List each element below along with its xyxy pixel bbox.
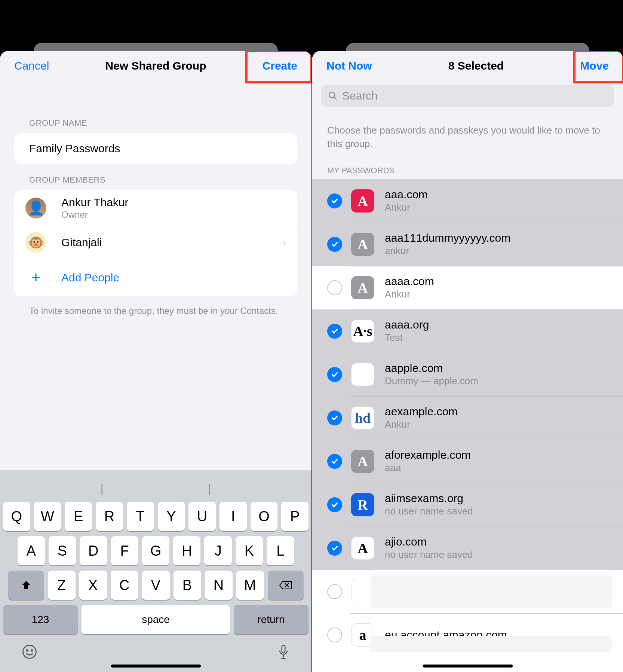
- key-z[interactable]: Z: [48, 571, 76, 600]
- username: ankur: [385, 245, 510, 257]
- selection-checkbox[interactable]: [327, 541, 342, 556]
- member-avatar: 👤: [25, 198, 46, 219]
- redacted-content: [371, 636, 612, 652]
- member-text: Gitanjali: [61, 236, 283, 249]
- member-row[interactable]: 🐵Gitanjali›: [14, 226, 297, 259]
- key-n[interactable]: N: [205, 571, 233, 600]
- password-row[interactable]: Aajio.comno user name saved: [312, 526, 623, 570]
- selection-checkbox[interactable]: [327, 497, 342, 512]
- password-text: aiimsexams.orgno user name saved: [385, 492, 473, 517]
- backspace-key[interactable]: [268, 571, 304, 600]
- password-row[interactable]: A·saaaa.orgTest: [312, 309, 623, 353]
- selection-checkbox[interactable]: [327, 324, 342, 339]
- key-f[interactable]: F: [111, 536, 138, 565]
- site-name: ajio.com: [385, 535, 473, 548]
- key-l[interactable]: L: [267, 536, 294, 565]
- key-c[interactable]: C: [111, 571, 138, 600]
- space-key[interactable]: space: [82, 605, 230, 634]
- password-row[interactable]: Aaaa111dummyyyyyy.comankur: [312, 223, 623, 266]
- selection-checkbox[interactable]: [327, 367, 342, 382]
- group-footnote: To invite someone to the group, they mus…: [29, 305, 282, 317]
- selection-checkbox[interactable]: [327, 237, 342, 252]
- group-name-input[interactable]: [14, 133, 297, 164]
- mic-icon: [277, 644, 290, 660]
- selection-checkbox[interactable]: [327, 454, 342, 469]
- key-d[interactable]: D: [80, 536, 107, 565]
- group-name-label: GROUP NAME: [29, 118, 312, 128]
- password-text: aaaa.orgTest: [385, 318, 429, 343]
- selection-checkbox[interactable]: [327, 193, 342, 208]
- return-key[interactable]: return: [234, 605, 309, 634]
- password-text: aforexample.comaaa: [385, 449, 471, 474]
- password-row[interactable]: Aaaa.comAnkur: [312, 179, 623, 223]
- shift-key[interactable]: [8, 571, 44, 600]
- password-row[interactable]: [312, 570, 623, 613]
- key-m[interactable]: M: [236, 571, 264, 600]
- key-x[interactable]: X: [79, 571, 107, 600]
- password-row[interactable]: aapple.comDummy — apple.com: [312, 353, 623, 396]
- add-people-button[interactable]: +Add People: [14, 259, 297, 296]
- key-s[interactable]: S: [49, 536, 76, 565]
- selection-checkbox[interactable]: [327, 410, 342, 425]
- member-row[interactable]: 👤Ankur ThakurOwner: [14, 190, 297, 226]
- right-sheet: Not Now 8 Selected Move Search Choose th…: [312, 51, 623, 672]
- svg-rect-3: [282, 645, 285, 653]
- key-o[interactable]: O: [251, 502, 278, 531]
- username: no user name saved: [385, 549, 473, 560]
- check-icon: [331, 240, 339, 248]
- password-text: aaa.comAnkur: [385, 188, 428, 213]
- sheet-background-peek: [346, 43, 589, 52]
- search-wrap: Search: [312, 81, 623, 112]
- key-w[interactable]: W: [34, 502, 61, 531]
- selection-checkbox[interactable]: [327, 627, 342, 642]
- numbers-key[interactable]: 123: [3, 605, 78, 634]
- check-icon: [331, 370, 339, 379]
- emoji-icon: [22, 644, 37, 660]
- site-name: aaa111dummyyyyyy.com: [385, 232, 510, 244]
- emoji-key[interactable]: [22, 644, 37, 664]
- selection-checkbox[interactable]: [327, 584, 342, 599]
- site-icon: A: [351, 189, 374, 213]
- password-row[interactable]: hdaexample.comAnkur: [312, 396, 623, 440]
- member-role: Owner: [61, 210, 286, 220]
- kb-row-2: ASDFGHJKL: [18, 536, 294, 565]
- key-h[interactable]: H: [173, 536, 200, 565]
- svg-point-1: [27, 650, 28, 651]
- password-row[interactable]: Aaforexample.comaaa: [312, 440, 623, 483]
- key-y[interactable]: Y: [158, 502, 185, 531]
- search-field[interactable]: Search: [321, 85, 614, 107]
- key-i[interactable]: I: [220, 502, 247, 531]
- key-t[interactable]: T: [127, 502, 154, 531]
- cancel-button[interactable]: Cancel: [14, 59, 49, 72]
- svg-point-2: [31, 650, 33, 651]
- keyboard-candidates: ||: [3, 476, 309, 502]
- key-r[interactable]: R: [96, 502, 123, 531]
- key-q[interactable]: Q: [3, 502, 30, 531]
- check-icon: [331, 197, 339, 205]
- password-row[interactable]: Aaaaa.comAnkur: [312, 266, 623, 309]
- key-p[interactable]: P: [281, 502, 309, 531]
- members-card: 👤Ankur ThakurOwner🐵Gitanjali›+Add People: [14, 190, 297, 296]
- move-highlight: [573, 51, 623, 83]
- key-a[interactable]: A: [18, 536, 45, 565]
- key-g[interactable]: G: [142, 536, 169, 565]
- password-row[interactable]: aeu.account.amazon.com: [312, 613, 623, 657]
- site-icon: A: [351, 276, 374, 299]
- selection-checkbox[interactable]: [327, 280, 342, 295]
- site-icon: [351, 363, 374, 386]
- key-k[interactable]: K: [236, 536, 263, 565]
- key-u[interactable]: U: [188, 502, 216, 531]
- member-text: Ankur ThakurOwner: [61, 196, 286, 220]
- dictation-key[interactable]: [277, 644, 290, 664]
- key-e[interactable]: E: [65, 502, 92, 531]
- key-j[interactable]: J: [204, 536, 231, 565]
- username: Dummy — apple.com: [385, 375, 478, 387]
- key-b[interactable]: B: [174, 571, 201, 600]
- left-sheet: Cancel New Shared Group Create GROUP NAM…: [0, 51, 312, 672]
- create-highlight: [245, 51, 312, 83]
- search-icon: [328, 91, 338, 101]
- not-now-button[interactable]: Not Now: [326, 59, 372, 72]
- password-row[interactable]: Raiimsexams.orgno user name saved: [312, 483, 623, 526]
- kb-extra-row: [3, 634, 309, 664]
- key-v[interactable]: V: [142, 571, 170, 600]
